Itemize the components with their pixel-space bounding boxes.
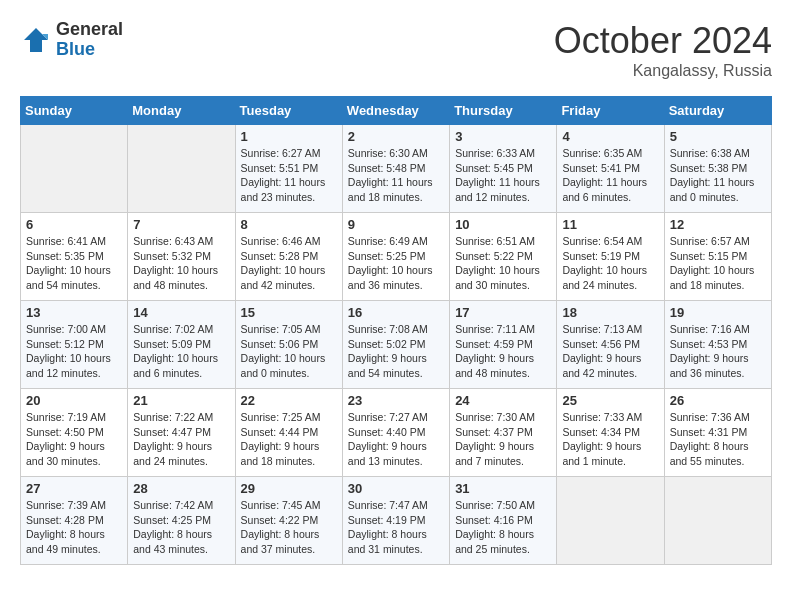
calendar-week-4: 20Sunrise: 7:19 AMSunset: 4:50 PMDayligh… (21, 389, 772, 477)
day-info: Sunrise: 7:42 AMSunset: 4:25 PMDaylight:… (133, 498, 229, 557)
day-info: Sunrise: 7:08 AMSunset: 5:02 PMDaylight:… (348, 322, 444, 381)
col-monday: Monday (128, 97, 235, 125)
day-info: Sunrise: 7:50 AMSunset: 4:16 PMDaylight:… (455, 498, 551, 557)
calendar-cell: 31Sunrise: 7:50 AMSunset: 4:16 PMDayligh… (450, 477, 557, 565)
day-info: Sunrise: 6:51 AMSunset: 5:22 PMDaylight:… (455, 234, 551, 293)
calendar-cell: 6Sunrise: 6:41 AMSunset: 5:35 PMDaylight… (21, 213, 128, 301)
calendar-cell: 11Sunrise: 6:54 AMSunset: 5:19 PMDayligh… (557, 213, 664, 301)
col-friday: Friday (557, 97, 664, 125)
day-number: 22 (241, 393, 337, 408)
day-info: Sunrise: 7:02 AMSunset: 5:09 PMDaylight:… (133, 322, 229, 381)
calendar-cell: 4Sunrise: 6:35 AMSunset: 5:41 PMDaylight… (557, 125, 664, 213)
calendar-cell (664, 477, 771, 565)
day-number: 14 (133, 305, 229, 320)
calendar-cell: 15Sunrise: 7:05 AMSunset: 5:06 PMDayligh… (235, 301, 342, 389)
calendar-header-row: Sunday Monday Tuesday Wednesday Thursday… (21, 97, 772, 125)
day-info: Sunrise: 7:36 AMSunset: 4:31 PMDaylight:… (670, 410, 766, 469)
day-info: Sunrise: 6:33 AMSunset: 5:45 PMDaylight:… (455, 146, 551, 205)
calendar-week-1: 1Sunrise: 6:27 AMSunset: 5:51 PMDaylight… (21, 125, 772, 213)
day-info: Sunrise: 7:00 AMSunset: 5:12 PMDaylight:… (26, 322, 122, 381)
day-info: Sunrise: 7:25 AMSunset: 4:44 PMDaylight:… (241, 410, 337, 469)
day-number: 21 (133, 393, 229, 408)
day-number: 7 (133, 217, 229, 232)
day-number: 28 (133, 481, 229, 496)
calendar-cell: 19Sunrise: 7:16 AMSunset: 4:53 PMDayligh… (664, 301, 771, 389)
day-info: Sunrise: 7:22 AMSunset: 4:47 PMDaylight:… (133, 410, 229, 469)
calendar-cell: 8Sunrise: 6:46 AMSunset: 5:28 PMDaylight… (235, 213, 342, 301)
calendar-cell (557, 477, 664, 565)
day-info: Sunrise: 6:30 AMSunset: 5:48 PMDaylight:… (348, 146, 444, 205)
calendar-cell: 9Sunrise: 6:49 AMSunset: 5:25 PMDaylight… (342, 213, 449, 301)
day-info: Sunrise: 7:45 AMSunset: 4:22 PMDaylight:… (241, 498, 337, 557)
col-sunday: Sunday (21, 97, 128, 125)
calendar-cell: 7Sunrise: 6:43 AMSunset: 5:32 PMDaylight… (128, 213, 235, 301)
calendar-cell: 26Sunrise: 7:36 AMSunset: 4:31 PMDayligh… (664, 389, 771, 477)
day-number: 4 (562, 129, 658, 144)
calendar-cell: 1Sunrise: 6:27 AMSunset: 5:51 PMDaylight… (235, 125, 342, 213)
day-number: 23 (348, 393, 444, 408)
day-info: Sunrise: 7:13 AMSunset: 4:56 PMDaylight:… (562, 322, 658, 381)
day-info: Sunrise: 7:27 AMSunset: 4:40 PMDaylight:… (348, 410, 444, 469)
logo: General Blue (20, 20, 123, 60)
calendar-cell: 22Sunrise: 7:25 AMSunset: 4:44 PMDayligh… (235, 389, 342, 477)
calendar-cell (21, 125, 128, 213)
day-number: 31 (455, 481, 551, 496)
day-number: 20 (26, 393, 122, 408)
day-info: Sunrise: 6:35 AMSunset: 5:41 PMDaylight:… (562, 146, 658, 205)
day-number: 10 (455, 217, 551, 232)
calendar-table: Sunday Monday Tuesday Wednesday Thursday… (20, 96, 772, 565)
calendar-cell: 13Sunrise: 7:00 AMSunset: 5:12 PMDayligh… (21, 301, 128, 389)
calendar-cell: 29Sunrise: 7:45 AMSunset: 4:22 PMDayligh… (235, 477, 342, 565)
day-number: 29 (241, 481, 337, 496)
month-title: October 2024 (554, 20, 772, 62)
logo-icon (20, 24, 52, 56)
calendar-cell: 14Sunrise: 7:02 AMSunset: 5:09 PMDayligh… (128, 301, 235, 389)
calendar-cell: 25Sunrise: 7:33 AMSunset: 4:34 PMDayligh… (557, 389, 664, 477)
day-number: 8 (241, 217, 337, 232)
day-number: 18 (562, 305, 658, 320)
day-info: Sunrise: 7:33 AMSunset: 4:34 PMDaylight:… (562, 410, 658, 469)
day-info: Sunrise: 7:19 AMSunset: 4:50 PMDaylight:… (26, 410, 122, 469)
col-thursday: Thursday (450, 97, 557, 125)
calendar-cell: 27Sunrise: 7:39 AMSunset: 4:28 PMDayligh… (21, 477, 128, 565)
day-info: Sunrise: 6:38 AMSunset: 5:38 PMDaylight:… (670, 146, 766, 205)
page-header: General Blue October 2024 Kangalassy, Ru… (20, 20, 772, 80)
day-number: 26 (670, 393, 766, 408)
day-info: Sunrise: 6:27 AMSunset: 5:51 PMDaylight:… (241, 146, 337, 205)
day-number: 27 (26, 481, 122, 496)
day-number: 30 (348, 481, 444, 496)
day-number: 15 (241, 305, 337, 320)
calendar-cell: 24Sunrise: 7:30 AMSunset: 4:37 PMDayligh… (450, 389, 557, 477)
title-block: October 2024 Kangalassy, Russia (554, 20, 772, 80)
calendar-week-2: 6Sunrise: 6:41 AMSunset: 5:35 PMDaylight… (21, 213, 772, 301)
day-info: Sunrise: 7:47 AMSunset: 4:19 PMDaylight:… (348, 498, 444, 557)
day-info: Sunrise: 7:30 AMSunset: 4:37 PMDaylight:… (455, 410, 551, 469)
day-number: 5 (670, 129, 766, 144)
day-number: 17 (455, 305, 551, 320)
calendar-cell: 5Sunrise: 6:38 AMSunset: 5:38 PMDaylight… (664, 125, 771, 213)
day-number: 13 (26, 305, 122, 320)
day-info: Sunrise: 7:11 AMSunset: 4:59 PMDaylight:… (455, 322, 551, 381)
calendar-cell: 2Sunrise: 6:30 AMSunset: 5:48 PMDaylight… (342, 125, 449, 213)
calendar-cell: 23Sunrise: 7:27 AMSunset: 4:40 PMDayligh… (342, 389, 449, 477)
day-info: Sunrise: 6:49 AMSunset: 5:25 PMDaylight:… (348, 234, 444, 293)
calendar-cell: 28Sunrise: 7:42 AMSunset: 4:25 PMDayligh… (128, 477, 235, 565)
day-number: 9 (348, 217, 444, 232)
day-info: Sunrise: 7:05 AMSunset: 5:06 PMDaylight:… (241, 322, 337, 381)
day-number: 16 (348, 305, 444, 320)
day-number: 6 (26, 217, 122, 232)
day-info: Sunrise: 6:57 AMSunset: 5:15 PMDaylight:… (670, 234, 766, 293)
day-number: 11 (562, 217, 658, 232)
day-info: Sunrise: 6:41 AMSunset: 5:35 PMDaylight:… (26, 234, 122, 293)
col-tuesday: Tuesday (235, 97, 342, 125)
calendar-body: 1Sunrise: 6:27 AMSunset: 5:51 PMDaylight… (21, 125, 772, 565)
calendar-week-5: 27Sunrise: 7:39 AMSunset: 4:28 PMDayligh… (21, 477, 772, 565)
svg-marker-0 (24, 28, 48, 52)
day-number: 19 (670, 305, 766, 320)
day-info: Sunrise: 7:39 AMSunset: 4:28 PMDaylight:… (26, 498, 122, 557)
logo-general-text: General (56, 20, 123, 40)
col-wednesday: Wednesday (342, 97, 449, 125)
calendar-cell: 20Sunrise: 7:19 AMSunset: 4:50 PMDayligh… (21, 389, 128, 477)
day-info: Sunrise: 6:46 AMSunset: 5:28 PMDaylight:… (241, 234, 337, 293)
calendar-cell (128, 125, 235, 213)
